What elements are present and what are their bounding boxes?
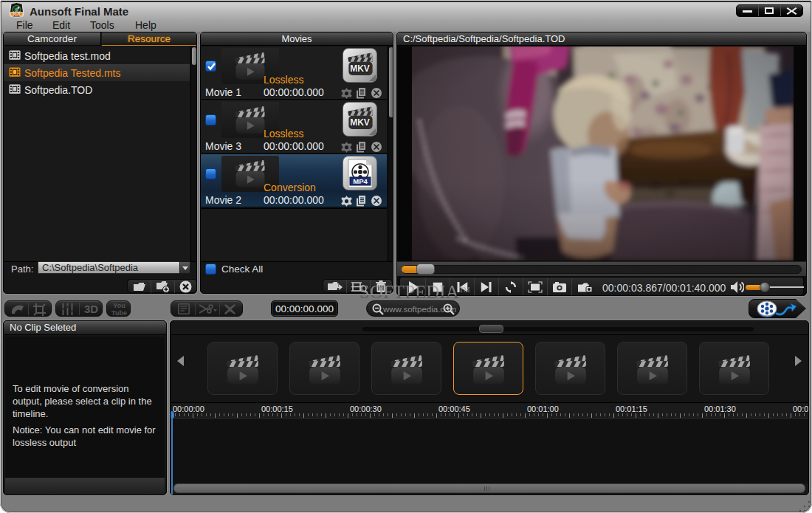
svg-text:MP4: MP4: [353, 177, 368, 185]
